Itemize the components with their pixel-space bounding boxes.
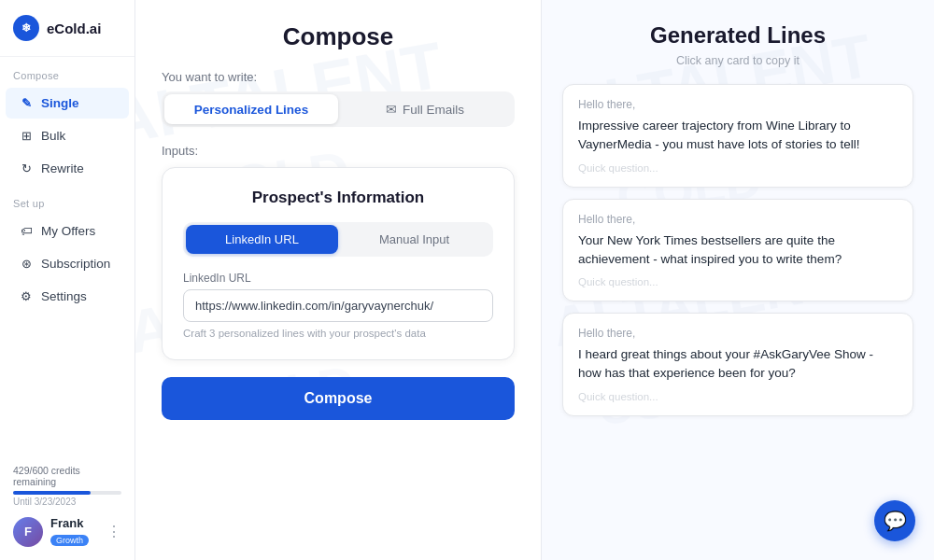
pencil-icon: ✎ [19, 96, 34, 110]
generated-title: Generated Lines [562, 22, 913, 49]
setup-section-label: Set up [0, 185, 134, 215]
user-menu-button[interactable]: ⋮ [106, 523, 121, 540]
line-card-1-body: Impressive career trajectory from Wine L… [578, 117, 898, 155]
credits-bar [13, 491, 121, 495]
line-card-1[interactable]: Hello there, Impressive career trajector… [562, 84, 913, 188]
chat-icon: 💬 [884, 510, 907, 532]
user-info: Frank Growth [50, 516, 99, 547]
user-name: Frank [50, 516, 99, 530]
sidebar-item-subscription-label: Subscription [41, 257, 110, 271]
subscription-icon: ⊛ [19, 257, 34, 271]
line-card-2-body: Your New York Times bestsellers are quit… [578, 231, 898, 270]
line-card-3-footer: Quick question... [578, 391, 898, 402]
compose-title: Compose [162, 22, 515, 51]
sidebar-item-bulk-label: Bulk [41, 129, 65, 143]
sidebar-logo: ❄ eCold.ai [0, 0, 134, 57]
sidebar-item-offers-label: My Offers [41, 224, 95, 238]
prospect-title: Prospect's Information [183, 189, 493, 207]
sidebar-item-single-label: Single [41, 96, 79, 110]
line-card-3-body: I heard great things about your #AskGary… [578, 345, 898, 384]
line-card-2-greeting: Hello there, [578, 213, 898, 226]
compose-panel: AI TALENT COLD AI TALENT COLD Compose Yo… [135, 0, 542, 560]
line-card-3[interactable]: Hello there, I heard great things about … [562, 313, 913, 416]
line-card-3-greeting: Hello there, [578, 327, 898, 340]
grid-icon: ⊞ [19, 129, 34, 143]
generated-content: Generated Lines Click any card to copy i… [562, 22, 913, 416]
line-card-2[interactable]: Hello there, Your New York Times bestsel… [562, 199, 913, 302]
sidebar-bottom: 429/600 credits remaining Until 3/23/202… [0, 455, 134, 560]
prospect-card: Prospect's Information LinkedIn URL Manu… [162, 167, 515, 360]
tab-manual-input[interactable]: Manual Input [338, 225, 490, 254]
avatar: F [13, 517, 43, 547]
user-row: F Frank Growth ⋮ [13, 507, 121, 551]
logo-text: eCold.ai [47, 21, 101, 36]
you-want-label: You want to write: [162, 70, 515, 84]
sidebar-item-rewrite[interactable]: ↻ Rewrite [6, 153, 129, 184]
helper-text: Craft 3 personalized lines with your pro… [183, 328, 493, 339]
sidebar-item-settings-label: Settings [41, 289, 87, 303]
write-type-switcher: Personalized Lines ✉ Full Emails [162, 91, 515, 127]
line-card-1-greeting: Hello there, [578, 98, 898, 111]
tag-icon: 🏷 [19, 224, 34, 238]
tab-personalized-lines[interactable]: Personalized Lines [164, 94, 338, 124]
sidebar-item-subscription[interactable]: ⊛ Subscription [6, 248, 129, 279]
refresh-icon: ↻ [19, 161, 34, 175]
chat-button[interactable]: 💬 [874, 500, 915, 541]
linkedin-url-input[interactable] [183, 289, 493, 322]
compose-content: Compose You want to write: Personalized … [162, 22, 515, 420]
email-icon: ✉ [386, 102, 397, 117]
sidebar-item-single[interactable]: ✎ Single [6, 88, 129, 119]
inputs-label: Inputs: [162, 144, 515, 158]
compose-button[interactable]: Compose [162, 377, 515, 420]
sidebar-item-bulk[interactable]: ⊞ Bulk [6, 120, 129, 151]
sidebar-item-offers[interactable]: 🏷 My Offers [6, 216, 129, 246]
logo-icon: ❄ [13, 15, 39, 41]
user-badge: Growth [50, 535, 89, 546]
gear-icon: ⚙ [19, 289, 34, 303]
tab-linkedin-url[interactable]: LinkedIn URL [186, 225, 338, 254]
tab-full-emails[interactable]: ✉ Full Emails [338, 94, 512, 124]
main-content: AI TALENT COLD AI TALENT COLD Compose Yo… [135, 0, 934, 560]
sidebar: ❄ eCold.ai Compose ✎ Single ⊞ Bulk ↻ Rew… [0, 0, 135, 560]
generated-subtitle: Click any card to copy it [562, 54, 913, 67]
line-card-1-footer: Quick question... [578, 162, 898, 174]
sidebar-item-rewrite-label: Rewrite [41, 161, 84, 175]
compose-section-label: Compose [0, 57, 134, 87]
input-method-switcher: LinkedIn URL Manual Input [183, 222, 493, 257]
sidebar-item-settings[interactable]: ⚙ Settings [6, 281, 129, 312]
linkedin-url-label: LinkedIn URL [183, 272, 493, 285]
credits-text: 429/600 credits remaining [13, 465, 121, 487]
credits-bar-fill [13, 491, 91, 495]
generated-panel: AI TALENT COLD AI TALENT COLD Generated … [542, 0, 934, 560]
line-card-2-footer: Quick question... [578, 276, 898, 287]
credits-date: Until 3/23/2023 [13, 497, 121, 507]
